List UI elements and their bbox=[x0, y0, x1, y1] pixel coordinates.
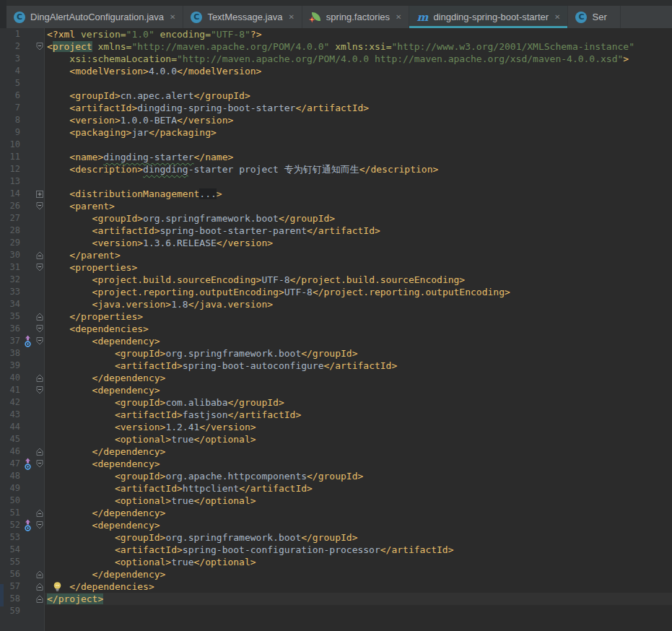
code-line[interactable]: <groupId>com.alibaba</groupId> bbox=[45, 396, 672, 409]
tab-close-icon[interactable]: ✕ bbox=[170, 14, 175, 21]
dependency-navigate-icon[interactable] bbox=[22, 458, 34, 470]
tab-ser[interactable]: CSer bbox=[568, 6, 620, 28]
code-line[interactable]: <version>1.2.41</version> bbox=[45, 421, 672, 433]
fold-marker-icon[interactable] bbox=[34, 568, 45, 580]
code-line[interactable]: <artifactId>httpclient</artifactId> bbox=[45, 482, 672, 495]
fold-marker-icon[interactable] bbox=[34, 200, 45, 212]
code-segment: <artifactId> bbox=[47, 483, 183, 494]
code-line[interactable]: <description>dingding-starter project 专为… bbox=[45, 163, 672, 175]
code-line[interactable]: </dependency> bbox=[45, 507, 672, 519]
code-row-37: 37 <dependency> bbox=[0, 335, 672, 347]
code-segment: "UTF-8" bbox=[211, 29, 250, 40]
gutter-icon-slot bbox=[22, 507, 34, 519]
code-line[interactable]: <dependency> bbox=[45, 458, 672, 470]
code-line[interactable] bbox=[45, 605, 672, 617]
code-line[interactable]: <java.version>1.8</java.version> bbox=[45, 298, 672, 310]
fold-marker-icon[interactable] bbox=[34, 458, 45, 470]
code-line[interactable]: <artifactId>spring-boot-autoconfigure</a… bbox=[45, 360, 672, 372]
code-line[interactable]: <optional>true</optional> bbox=[45, 433, 672, 445]
code-line[interactable] bbox=[45, 77, 672, 90]
code-row-38: 38 <groupId>org.springframework.boot</gr… bbox=[0, 347, 672, 360]
fold-expand-icon[interactable] bbox=[34, 188, 45, 200]
tab-close-icon[interactable]: ✕ bbox=[288, 14, 294, 21]
code-line[interactable]: <properties> bbox=[45, 261, 672, 274]
fold-marker-icon[interactable] bbox=[34, 310, 45, 323]
code-line[interactable]: </dependency> bbox=[45, 568, 672, 580]
fold-marker-icon[interactable] bbox=[34, 519, 45, 531]
code-segment: <groupId> bbox=[47, 90, 121, 101]
code-line[interactable] bbox=[45, 139, 672, 151]
code-row-2: 2<project xmlns="http://maven.apache.org… bbox=[0, 40, 672, 53]
code-segment: xmlns= bbox=[92, 41, 132, 52]
code-segment: <groupId> bbox=[47, 213, 143, 224]
fold-marker-icon[interactable] bbox=[34, 445, 45, 458]
code-line[interactable]: <groupId>org.apache.httpcomponents</grou… bbox=[45, 470, 672, 482]
fold-slot bbox=[34, 126, 45, 139]
code-line[interactable]: <artifactId>spring-boot-configuration-pr… bbox=[45, 544, 672, 556]
dependency-navigate-icon[interactable] bbox=[22, 519, 34, 531]
code-line[interactable]: <groupId>org.springframework.boot</group… bbox=[45, 212, 672, 225]
editor-pane[interactable]: 1<?xml version="1.0" encoding="UTF-8"?>2… bbox=[0, 28, 672, 631]
code-segment: <version> bbox=[47, 422, 165, 432]
code-line[interactable]: </properties> bbox=[45, 310, 672, 323]
tab-textmessage-java[interactable]: CTextMessage.java✕ bbox=[183, 6, 302, 28]
fold-marker-icon[interactable] bbox=[34, 335, 45, 347]
fold-marker-icon[interactable] bbox=[34, 507, 45, 519]
code-line[interactable]: <project.reporting.outputEncoding>UTF-8<… bbox=[45, 286, 672, 298]
tab-dingalertautoconfiguration-java[interactable]: CDingAlertAutoConfiguration.java✕ bbox=[6, 6, 183, 28]
code-line[interactable]: <parent> bbox=[45, 200, 672, 212]
code-line[interactable]: </dependency> bbox=[45, 372, 672, 384]
code-line[interactable]: <version>1.3.6.RELEASE</version> bbox=[45, 237, 672, 249]
code-line[interactable]: <dependency> bbox=[45, 384, 672, 396]
tab-close-icon[interactable]: ✕ bbox=[554, 14, 560, 21]
code-segment: org.springframework.boot bbox=[165, 532, 301, 543]
fold-slot bbox=[34, 139, 45, 151]
code-line[interactable]: <project xmlns="http://maven.apache.org/… bbox=[45, 40, 672, 53]
fold-marker-icon[interactable] bbox=[34, 323, 45, 335]
code-line[interactable]: <dependency> bbox=[45, 519, 672, 531]
folded-text-placeholder[interactable]: ... bbox=[199, 188, 216, 199]
code-line[interactable]: <distributionManagement...> bbox=[45, 188, 672, 200]
code-line[interactable]: <project.build.sourceEncoding>UTF-8</pro… bbox=[45, 274, 672, 286]
gutter-icon-slot bbox=[22, 445, 34, 458]
code-line[interactable]: <optional>true</optional> bbox=[45, 556, 672, 568]
fold-marker-icon[interactable] bbox=[34, 372, 45, 384]
gutter-icon-slot bbox=[22, 212, 34, 225]
code-line[interactable]: <dependency> bbox=[45, 335, 672, 347]
fold-marker-icon[interactable] bbox=[34, 261, 45, 274]
code-line[interactable]: <groupId>cn.apec.alert</groupId> bbox=[45, 90, 672, 102]
code-row-4: 4 <modelVersion>4.0.0</modelVersion> bbox=[0, 65, 672, 77]
code-line[interactable]: </project> bbox=[45, 593, 672, 605]
code-segment: </artifactId> bbox=[239, 483, 313, 494]
fold-marker-icon[interactable] bbox=[34, 593, 45, 605]
code-line[interactable]: <name>dingding-starter</name> bbox=[45, 151, 672, 163]
code-line[interactable]: <artifactId>dingding-spring-boot-starter… bbox=[45, 102, 672, 114]
code-line[interactable]: <packaging>jar</packaging> bbox=[45, 126, 672, 139]
tab-dingding-spring-boot-starter[interactable]: mdingding-spring-boot-starter✕ bbox=[409, 6, 568, 28]
tab-close-icon[interactable]: ✕ bbox=[396, 14, 401, 21]
code-line[interactable]: </dependency> bbox=[45, 445, 672, 458]
fold-marker-icon[interactable] bbox=[34, 40, 45, 53]
code-line[interactable]: <?xml version="1.0" encoding="UTF-8"?> bbox=[45, 28, 672, 40]
code-line[interactable]: <dependencies> bbox=[45, 323, 672, 335]
code-line[interactable]: <modelVersion>4.0.0</modelVersion> bbox=[45, 65, 672, 77]
fold-marker-icon[interactable] bbox=[34, 249, 45, 261]
code-line[interactable]: <groupId>org.springframework.boot</group… bbox=[45, 531, 672, 544]
code-line[interactable]: xsi:schemaLocation="http://maven.apache.… bbox=[45, 53, 672, 65]
code-line[interactable]: <optional>true</optional> bbox=[45, 495, 672, 507]
tab-spring-factories[interactable]: spring.factories✕ bbox=[302, 6, 410, 28]
code-line[interactable] bbox=[45, 175, 672, 188]
code-line[interactable]: <groupId>org.springframework.boot</group… bbox=[45, 347, 672, 360]
code-line[interactable]: <artifactId>fastjson</artifactId> bbox=[45, 409, 672, 421]
java-class-icon: C bbox=[575, 12, 587, 23]
code-segment: org.springframework.boot bbox=[165, 348, 301, 359]
code-line[interactable]: </parent> bbox=[45, 249, 672, 261]
fold-marker-icon[interactable] bbox=[34, 580, 45, 593]
tab-label: TextMessage.java bbox=[207, 12, 282, 22]
code-line[interactable]: <artifactId>spring-boot-starter-parent</… bbox=[45, 225, 672, 237]
fold-marker-icon[interactable] bbox=[34, 384, 45, 396]
line-number: 56 bbox=[0, 568, 22, 580]
code-line[interactable]: <version>1.0.0-BETA</version> bbox=[45, 114, 672, 126]
dependency-navigate-icon[interactable] bbox=[22, 335, 34, 347]
code-line[interactable]: </dependencies> bbox=[45, 580, 672, 593]
